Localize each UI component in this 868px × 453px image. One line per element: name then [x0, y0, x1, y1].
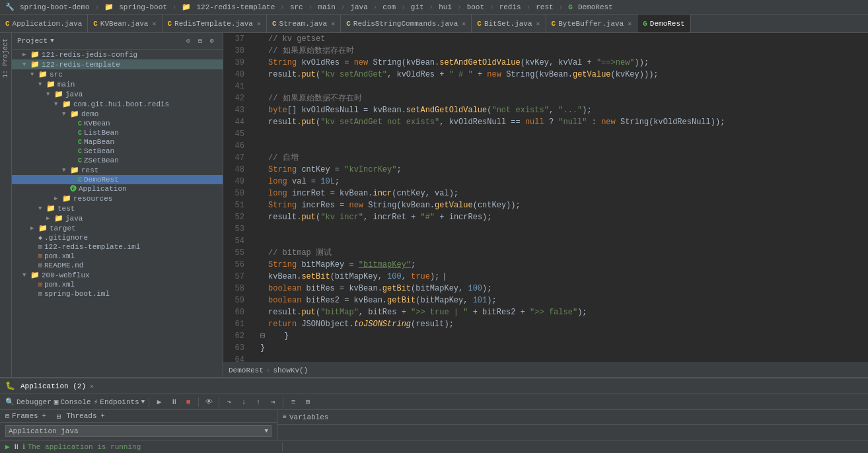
run-to-cursor-btn[interactable]: ⇥: [267, 396, 279, 408]
tab-label: Stream.java: [279, 20, 328, 28]
tree-label-readme: README.md: [44, 261, 83, 269]
left-tab-strip: 1: Project: [0, 33, 12, 377]
console-tab[interactable]: ▣ Console: [54, 398, 91, 406]
step-over-btn[interactable]: ↷: [223, 396, 235, 408]
tree-item-java[interactable]: ▼ 📁 java: [12, 89, 223, 99]
tree-item-target[interactable]: ▶ 📁 target: [12, 223, 223, 233]
debugger-icon: 🔍: [5, 398, 15, 406]
tab-application-java[interactable]: C Application.java: [0, 15, 88, 32]
tree-item-zsetbean[interactable]: ▶ C ZSetBean: [12, 156, 223, 165]
tab-bitset-java[interactable]: C BitSet.java ✕: [472, 15, 546, 32]
console-label: Console: [60, 398, 90, 406]
project-tab[interactable]: 1: Project: [1, 36, 11, 81]
tree-item-test[interactable]: ▼ 📁 test: [12, 203, 223, 213]
tree-arrow-empty: ▶: [70, 120, 78, 127]
folder-icon-main: 📁: [46, 80, 55, 88]
resume-small-btn[interactable]: ▶: [5, 442, 10, 451]
code-line-54: [255, 235, 868, 247]
tab-close-icon[interactable]: ✕: [462, 20, 466, 28]
iml-icon: m: [38, 244, 42, 251]
tree-item-iml[interactable]: ▶ m 122-redis-template.iml: [12, 242, 223, 252]
tree-item-main[interactable]: ▼ 📁 main: [12, 79, 223, 89]
java-icon-zsetbean: C: [78, 157, 82, 164]
tree-item-resources[interactable]: ▶ 📁 resources: [12, 193, 223, 203]
tree-item-src[interactable]: ▼ 📁 src: [12, 69, 223, 79]
tree-item-readme[interactable]: ▶ m README.md: [12, 261, 223, 270]
tree-item-122[interactable]: ▼ 📁 122-redis-template: [12, 59, 223, 69]
tree-item-121[interactable]: ▶ 📁 121-redis-jedis-config: [12, 50, 223, 59]
tree-item-pom[interactable]: ▶ m pom.xml: [12, 252, 223, 261]
tree-item-kvbean[interactable]: ▶ C KVBean: [12, 119, 223, 128]
debugger-tab[interactable]: 🔍 Debugger: [5, 398, 52, 406]
code-line-61: return JSONObject.toJSONString(result);: [255, 318, 868, 330]
tab-icon-c: C: [272, 20, 277, 28]
gitignore-icon: ◆: [38, 234, 42, 242]
tree-label-main: main: [57, 81, 75, 88]
code-line-37: // kv getset: [255, 33, 868, 45]
tab-redistemplate-java[interactable]: C RedisTemplate.java ✕: [163, 15, 267, 32]
tree-item-setbean[interactable]: ▶ C SetBean: [12, 147, 223, 156]
code-content[interactable]: // kv getset // 如果原始数据存在时 String kvOldRe…: [250, 33, 868, 363]
tab-label: ByteBuffer.java: [558, 20, 624, 28]
tree-item-application[interactable]: ▶ 🅐 Application: [12, 184, 223, 193]
title-class: DemoRest: [578, 3, 613, 11]
frames-dropdown-arrow: ▼: [265, 428, 268, 435]
tree-label-pom: pom.xml: [44, 252, 75, 260]
debug-session-close[interactable]: ✕: [90, 382, 94, 390]
code-line-46: [255, 140, 868, 152]
tree-item-listbean[interactable]: ▶ C ListBean: [12, 128, 223, 137]
tree-arrow-src: ▼: [30, 71, 38, 78]
code-line-49: long val = 10L;: [255, 176, 868, 188]
debug-session-tab[interactable]: Application (2) ✕: [20, 382, 94, 390]
tree-item-springboot-iml[interactable]: ▶ m spring-boot.iml: [12, 289, 223, 298]
tab-close-icon[interactable]: ✕: [257, 20, 261, 28]
sidebar-gear-btn[interactable]: ⚙: [207, 36, 217, 46]
tab-label: BitSet.java: [484, 20, 532, 28]
tab-redisstringcommands-java[interactable]: C RedisStringCommands.java ✕: [341, 15, 472, 32]
tree-item-package[interactable]: ▼ 📁 com.git.hui.boot.redis: [12, 99, 223, 109]
resume-btn[interactable]: ▶: [153, 396, 165, 408]
sidebar-title: Project: [17, 37, 48, 45]
tree-item-demorest[interactable]: ▶ C DemoRest: [12, 175, 223, 184]
pause-btn[interactable]: ⏸: [168, 396, 180, 408]
folder-icon-test-java: 📁: [54, 214, 63, 223]
sidebar-sync-btn[interactable]: ⊙: [183, 36, 194, 46]
tab-stream-java[interactable]: C Stream.java ✕: [267, 15, 341, 32]
tab-close-icon[interactable]: ✕: [536, 20, 540, 28]
code-line-60: result.put("bitMap", bitRes + ">> true |…: [255, 306, 868, 318]
stop-btn[interactable]: ■: [182, 396, 194, 408]
title-module-icon: 📁: [104, 3, 114, 11]
tab-close-icon[interactable]: ✕: [152, 20, 156, 28]
java-icon-demorest: C: [78, 176, 82, 184]
threads-add-icon: +: [101, 413, 105, 420]
tree-item-test-java[interactable]: ▶ 📁 java: [12, 213, 223, 223]
tab-label: RedisTemplate.java: [174, 20, 253, 28]
code-line-40: result.put("kv setAndGet", kvOldRes + " …: [255, 69, 868, 81]
step-into-btn[interactable]: ↓: [238, 396, 250, 408]
more-btn[interactable]: ⊞: [302, 396, 314, 408]
tab-demorest[interactable]: G DemoRest: [637, 15, 690, 32]
tree-item-gitignore[interactable]: ▶ ◆ .gitignore: [12, 233, 223, 242]
debug-icon: 🐛: [5, 381, 15, 391]
iml-icon-2: m: [38, 291, 42, 298]
tree-item-mapbean[interactable]: ▶ C MapBean: [12, 137, 223, 147]
frames-dropdown[interactable]: Application java ▼: [5, 425, 271, 437]
tree-item-200[interactable]: ▼ 📁 200-webflux: [12, 270, 223, 280]
tree-item-rest[interactable]: ▼ 📁 rest: [12, 165, 223, 175]
endpoints-tab[interactable]: ⚡ Endpoints ▼: [94, 398, 145, 406]
threads-label: Threads: [66, 412, 96, 420]
title-rest: rest: [536, 3, 553, 11]
sidebar-collapse-btn[interactable]: ⊟: [195, 36, 205, 46]
tab-close-icon[interactable]: ✕: [628, 20, 632, 28]
java-icon-application: 🅐: [70, 185, 77, 193]
tree-item-pom2[interactable]: ▶ m pom.xml: [12, 280, 223, 289]
tab-kvbean-java[interactable]: C KVBean.java ✕: [88, 15, 162, 32]
step-out-btn[interactable]: ↑: [252, 396, 264, 408]
tab-close-icon[interactable]: ✕: [331, 20, 335, 28]
tree-arrow-demo: ▼: [62, 111, 70, 118]
tab-bytebuffer-java[interactable]: C ByteBuffer.java ✕: [546, 15, 638, 32]
pause-small-btn[interactable]: ⏸: [13, 442, 20, 451]
view-btn[interactable]: 👁: [203, 396, 215, 408]
evaluate-btn[interactable]: ≡: [287, 396, 299, 408]
tree-item-demo[interactable]: ▼ 📁 demo: [12, 109, 223, 119]
